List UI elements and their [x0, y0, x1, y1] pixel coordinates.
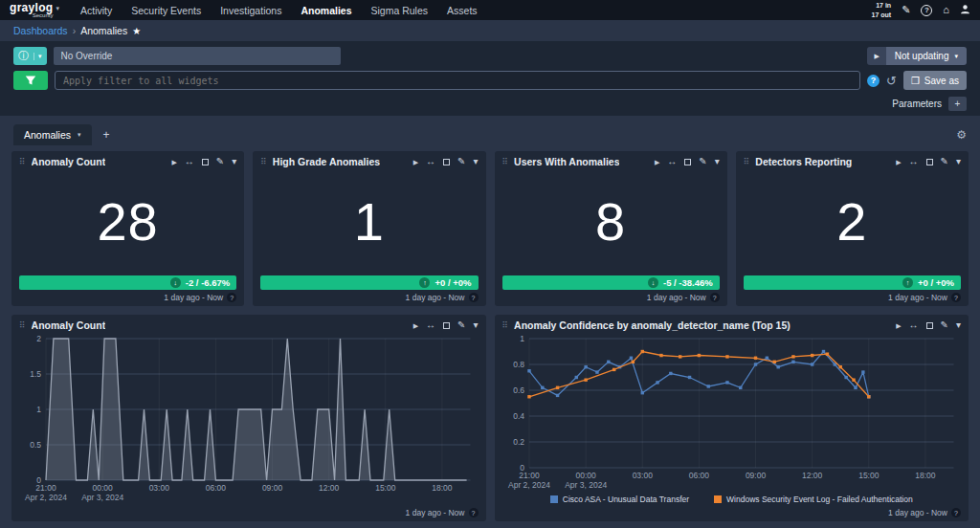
legend-label: Windows Security Event Log - Failed Auth…	[726, 495, 913, 504]
filter-button[interactable]	[13, 71, 48, 90]
widget-move-icon[interactable]: ↔	[426, 157, 435, 166]
nav-item-sigma-rules[interactable]: Sigma Rules	[371, 5, 429, 16]
trend-bar: ↑ +0 / +0%	[260, 275, 478, 290]
timerange-preset-button[interactable]: ⓘ ▾	[13, 47, 47, 65]
widget-move-icon[interactable]: ↔	[667, 157, 677, 166]
widget-footer: 1 day ago - Now ?	[260, 290, 478, 302]
widget-play-icon[interactable]: ▶	[655, 159, 659, 165]
svg-text:18:00: 18:00	[915, 471, 936, 480]
widget-fullscreen-icon[interactable]	[443, 159, 450, 165]
widget-header: ⠿ Anomaly Count ▶ ↔ ✎ ▾	[19, 156, 236, 167]
legend-item-windows-security[interactable]: Windows Security Event Log - Failed Auth…	[714, 495, 913, 504]
timerange-help-icon[interactable]: ?	[469, 508, 479, 517]
refresh-control[interactable]: ▶ Not updating ▾	[867, 47, 967, 65]
refresh-caret-icon[interactable]: ▾	[954, 53, 958, 60]
drag-handle-icon[interactable]: ⠿	[502, 320, 509, 330]
drag-handle-icon[interactable]: ⠿	[19, 320, 26, 330]
nav-item-assets[interactable]: Assets	[447, 5, 478, 16]
widget-edit-icon[interactable]: ✎	[216, 157, 224, 166]
timerange-label: 1 day ago - Now	[406, 293, 465, 302]
widget-play-icon[interactable]: ▶	[413, 159, 418, 165]
widget-filter-input[interactable]	[55, 71, 860, 90]
widget-header: ⠿ Users With Anomalies ▶ ↔ ✎ ▾	[502, 156, 720, 167]
refresh-play-icon[interactable]: ▶	[867, 47, 885, 65]
widget-fullscreen-icon[interactable]	[684, 159, 691, 165]
widget-chevron-down-icon[interactable]: ▾	[956, 320, 961, 330]
widget-edit-icon[interactable]: ✎	[457, 320, 465, 330]
widget-chevron-down-icon[interactable]: ▾	[956, 157, 961, 166]
throughput-in: 17 in	[872, 1, 892, 10]
timerange-help-icon[interactable]: ?	[227, 293, 236, 302]
help-icon[interactable]: ?	[921, 5, 932, 16]
home-icon[interactable]: ⌂	[943, 5, 949, 15]
timerange-override-input[interactable]	[54, 47, 341, 65]
parameters-row: Parameters +	[13, 96, 967, 113]
widget-header: ⠿ Anomaly Confidence by anomaly_detector…	[502, 319, 962, 331]
user-icon[interactable]	[960, 4, 970, 16]
add-tab-button[interactable]: +	[101, 124, 112, 145]
widget-play-icon[interactable]: ▶	[896, 159, 901, 165]
dashboard-tab-bar: Anomalies ▾ + ⚙	[0, 116, 980, 145]
widget-edit-icon[interactable]: ✎	[941, 320, 948, 330]
widget-move-icon[interactable]: ↔	[185, 157, 194, 166]
tab-caret-icon[interactable]: ▾	[78, 131, 81, 139]
timerange-caret-icon[interactable]: ▾	[33, 53, 42, 60]
widget-chevron-down-icon[interactable]: ▾	[473, 320, 478, 330]
widget-chevron-down-icon[interactable]: ▾	[232, 157, 236, 166]
widget-fullscreen-icon[interactable]	[926, 322, 933, 329]
breadcrumb-dashboards-link[interactable]: Dashboards	[13, 25, 68, 36]
widget-edit-icon[interactable]: ✎	[699, 157, 706, 166]
timerange-help-icon[interactable]: ?	[951, 293, 961, 302]
svg-text:21:00: 21:00	[519, 471, 540, 480]
widget-move-icon[interactable]: ↔	[909, 157, 919, 166]
metric-value: 2	[744, 167, 961, 275]
legend-item-cisco-asa[interactable]: Cisco ASA - Unusual Data Transfer	[550, 495, 689, 504]
widget-actions: ▶ ↔ ✎ ▾	[171, 157, 236, 166]
svg-text:Apr 3, 2024: Apr 3, 2024	[565, 480, 607, 490]
chart-legend: Cisco ASA - Unusual Data Transfer Window…	[502, 493, 962, 505]
drag-handle-icon[interactable]: ⠿	[260, 157, 267, 166]
save-as-button[interactable]: ❐ Save as	[903, 71, 967, 90]
drag-handle-icon[interactable]: ⠿	[502, 157, 509, 166]
widget-fullscreen-icon[interactable]	[926, 159, 933, 165]
drag-handle-icon[interactable]: ⠿	[19, 157, 26, 166]
widget-actions: ▶ ↔ ✎ ▾	[413, 157, 479, 166]
nav-item-security-events[interactable]: Security Events	[131, 5, 201, 16]
compose-icon[interactable]: ✎	[902, 5, 910, 15]
widget-move-icon[interactable]: ↔	[426, 320, 435, 330]
widget-chevron-down-icon[interactable]: ▾	[715, 157, 720, 166]
brand-caret-icon[interactable]: ▾	[56, 5, 59, 12]
widget-edit-icon[interactable]: ✎	[457, 157, 465, 166]
widget-edit-icon[interactable]: ✎	[941, 157, 948, 166]
add-parameter-button[interactable]: +	[948, 97, 967, 111]
nav-item-anomalies[interactable]: Anomalies	[301, 5, 351, 16]
widget-fullscreen-icon[interactable]	[202, 159, 209, 165]
widget-move-icon[interactable]: ↔	[909, 320, 919, 330]
svg-text:0.5: 0.5	[30, 440, 41, 450]
svg-text:00:00: 00:00	[575, 471, 596, 480]
drag-handle-icon[interactable]: ⠿	[744, 157, 750, 166]
svg-text:12:00: 12:00	[802, 471, 823, 480]
throughput-indicator[interactable]: 17 in 17 out	[872, 1, 892, 19]
trend-delta: +0 / +0%	[434, 277, 471, 288]
svg-text:18:00: 18:00	[432, 483, 453, 493]
trend-bar: ↓ -2 / -6.67%	[19, 275, 236, 290]
widget-chevron-down-icon[interactable]: ▾	[473, 157, 478, 166]
search-history-icon[interactable]: ↺	[886, 74, 897, 88]
widget-play-icon[interactable]: ▶	[413, 322, 418, 329]
nav-item-investigations[interactable]: Investigations	[220, 5, 281, 16]
timerange-help-icon[interactable]: ?	[951, 508, 961, 517]
favorite-star-icon[interactable]: ★	[132, 26, 141, 36]
timerange-help-icon[interactable]: ?	[469, 293, 479, 302]
widget-fullscreen-icon[interactable]	[443, 322, 450, 329]
widget-play-icon[interactable]: ▶	[896, 322, 901, 329]
query-help-icon[interactable]: ?	[867, 75, 880, 87]
timerange-help-icon[interactable]: ?	[710, 293, 720, 302]
widget-play-icon[interactable]: ▶	[171, 159, 176, 165]
widget-footer: 1 day ago - Now ?	[502, 505, 962, 517]
dashboard-settings-gear-icon[interactable]: ⚙	[956, 128, 967, 145]
trend-bar: ↑ +0 / +0%	[744, 275, 961, 290]
tab-anomalies[interactable]: Anomalies ▾	[13, 124, 92, 145]
brand-logo[interactable]: graylog Security ▾	[10, 2, 59, 18]
nav-item-activity[interactable]: Activity	[80, 5, 112, 16]
